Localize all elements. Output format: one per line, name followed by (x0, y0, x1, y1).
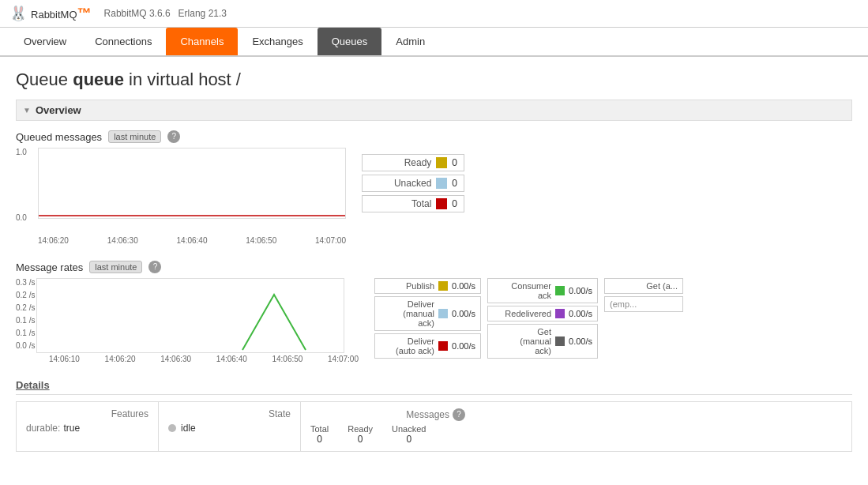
queued-messages-label: Queued messages (16, 131, 102, 143)
messages-help[interactable]: ? (453, 408, 465, 421)
nav-overview[interactable]: Overview (9, 28, 81, 55)
state-dot-icon (168, 424, 176, 432)
nav-exchanges[interactable]: Exchanges (238, 28, 317, 55)
features-column: Features durable: true (17, 402, 159, 451)
queued-messages-help[interactable]: ? (167, 130, 180, 143)
rates-x-4: 14:06:50 (272, 355, 302, 363)
nav-queues[interactable]: Queues (318, 28, 382, 55)
message-rates-label: Message rates (16, 261, 83, 273)
total-ready-value: 0 (348, 434, 373, 445)
rate-empty-label: (emp... (610, 299, 637, 309)
rates-svg-container (36, 278, 344, 353)
rates-x-0: 14:06:10 (49, 355, 80, 363)
rates-col3: Get (a... (emp... (604, 278, 683, 359)
features-durable: durable: true (26, 423, 148, 434)
nav-admin[interactable]: Admin (381, 28, 439, 55)
rate-deliver-auto-value: 0.00/s (452, 341, 475, 351)
rate-redelivered-color (555, 309, 565, 318)
rabbitmq-version: RabbitMQ 3.6.6 (104, 8, 171, 19)
legend-unacked-label: Unacked (369, 178, 431, 189)
rate-get-manual-value: 0.00/s (569, 336, 592, 346)
rate-publish-color (438, 281, 448, 291)
rate-deliver-auto-color (438, 341, 448, 351)
total-total: Total 0 (310, 424, 329, 445)
queued-messages-label-row: Queued messages last minute ? (16, 130, 852, 143)
legend-unacked: Unacked 0 (362, 175, 464, 192)
queued-messages-chart-box: 1.0 0.0 14:06:20 14:06:30 14:06:40 14:06… (16, 148, 346, 245)
rates-stats: Publish 0.00/s Deliver (manual ack) 0.00… (374, 278, 683, 359)
rates-y-1: 0.2 /s (16, 291, 35, 299)
rate-publish-value: 0.00/s (452, 281, 475, 291)
message-rates-label-row: Message rates last minute ? (16, 261, 852, 273)
x-label-1: 14:06:30 (107, 236, 138, 245)
state-column: State idle (159, 402, 301, 451)
total-unacked-value: 0 (392, 434, 426, 445)
logo-text: RabbitMQ (31, 9, 77, 21)
state-label: State (168, 408, 291, 419)
legend-ready: Ready 0 (362, 154, 464, 171)
rate-deliver-manual-label: Deliver (manual ack) (380, 299, 434, 328)
rate-publish: Publish 0.00/s (374, 278, 481, 294)
rates-y-0: 0.3 /s (16, 278, 35, 287)
rate-deliver-manual: Deliver (manual ack) 0.00/s (374, 296, 481, 331)
durable-label: durable: (26, 423, 60, 434)
total-ready: Ready 0 (348, 424, 373, 445)
nav-connections[interactable]: Connections (81, 28, 166, 55)
x-label-0: 14:06:20 (38, 236, 69, 245)
rates-x-5: 14:07:00 (328, 355, 359, 363)
queued-messages-section: Queued messages last minute ? 1.0 0.0 14… (16, 130, 852, 245)
message-rates-chart-area: 0.3 /s 0.2 /s 0.2 /s 0.1 /s 0.1 /s 0.0 /… (16, 278, 852, 363)
queued-messages-x-labels: 14:06:20 14:06:30 14:06:40 14:06:50 14:0… (38, 236, 346, 245)
queued-messages-chart-area: 1.0 0.0 14:06:20 14:06:30 14:06:40 14:06… (16, 148, 852, 245)
x-label-3: 14:06:50 (246, 236, 276, 245)
rate-deliver-auto-label: Deliver (auto ack) (380, 336, 434, 355)
nav-channels[interactable]: Channels (166, 28, 238, 55)
message-rates-svg (36, 278, 344, 353)
rate-consumer-ack-value: 0.00/s (569, 286, 592, 295)
message-rates-help[interactable]: ? (148, 261, 161, 273)
details-title: Details (16, 379, 50, 391)
queue-name: queue (73, 70, 124, 89)
rates-col2: Consumer ack 0.00/s Redelivered 0.00/s G… (487, 278, 598, 359)
legend-total: Total 0 (362, 195, 464, 212)
title-suffix: in virtual host / (129, 70, 241, 89)
version-info: RabbitMQ 3.6.6 Erlang 21.3 (104, 8, 227, 19)
y-min-label: 0.0 (16, 213, 27, 222)
rates-chart-box: 0.3 /s 0.2 /s 0.2 /s 0.1 /s 0.1 /s 0.0 /… (16, 278, 359, 363)
rates-x-3: 14:06:40 (216, 355, 247, 363)
queued-messages-svg (38, 148, 346, 219)
rate-get-auto-label: Get (a... (610, 281, 678, 291)
features-label: Features (26, 408, 148, 419)
message-rates-badge[interactable]: last minute (89, 261, 142, 273)
messages-header: Messages ? (310, 408, 465, 421)
rates-x-2: 14:06:30 (160, 355, 191, 363)
messages-column: Messages ? Total 0 Ready 0 Unacked 0 (301, 402, 475, 451)
message-rates-section: Message rates last minute ? 0.3 /s 0.2 /… (16, 261, 852, 363)
page-title: Queue queue in virtual host / (16, 70, 852, 90)
section-label: Overview (36, 104, 81, 116)
overview-section-header[interactable]: ▼ Overview (16, 100, 852, 121)
title-prefix: Queue (16, 70, 68, 89)
erlang-version: Erlang 21.3 (178, 8, 227, 19)
rate-deliver-auto: Deliver (auto ack) 0.00/s (374, 333, 481, 359)
legend-unacked-value: 0 (452, 178, 457, 189)
x-label-2: 14:06:40 (177, 236, 208, 245)
logo: 🐰 RabbitMQ™ (9, 5, 92, 22)
rate-redelivered-value: 0.00/s (569, 309, 592, 318)
rate-publish-label: Publish (380, 281, 434, 291)
rate-consumer-ack: Consumer ack 0.00/s (487, 278, 598, 303)
details-table: Features durable: true State idle Messag… (16, 401, 852, 452)
rate-redelivered-label: Redelivered (493, 309, 551, 318)
rate-get-manual-label: Get (manual ack) (493, 327, 551, 355)
rates-col1: Publish 0.00/s Deliver (manual ack) 0.00… (374, 278, 481, 359)
queued-messages-badge[interactable]: last minute (108, 130, 161, 143)
details-title-row: Details (16, 379, 852, 395)
rates-y-4: 0.1 /s (16, 329, 35, 337)
legend-ready-value: 0 (452, 157, 457, 168)
rates-y-3: 0.1 /s (16, 316, 35, 325)
state-value-row: idle (168, 423, 291, 434)
rate-empty: (emp... (604, 296, 683, 312)
durable-value: true (63, 423, 80, 434)
state-value: idle (181, 423, 196, 434)
legend-total-color (436, 198, 447, 209)
